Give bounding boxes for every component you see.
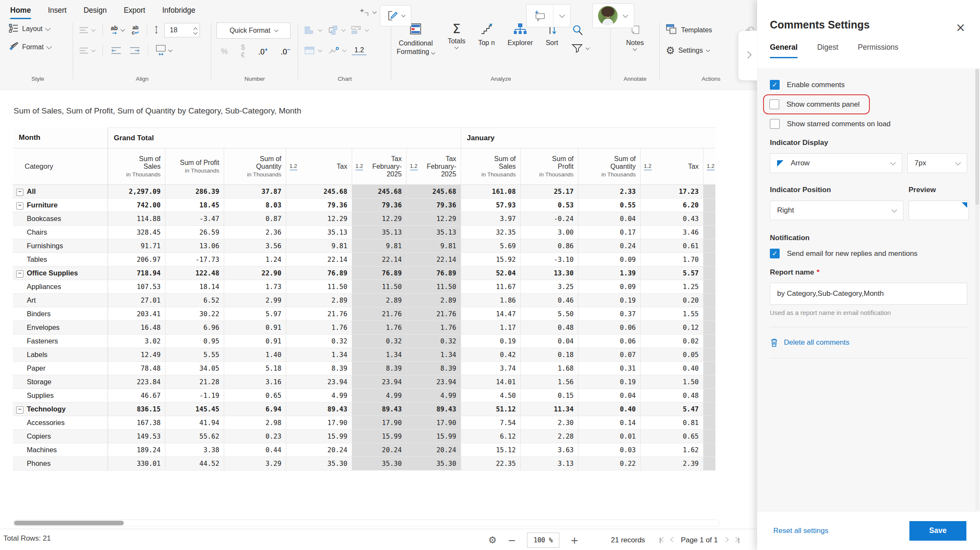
pivot-cell[interactable]: -0.24 xyxy=(520,212,578,226)
pivot-cell[interactable]: 35.13 xyxy=(406,226,461,239)
pivot-cell[interactable]: 0.40 xyxy=(640,362,703,375)
pivot-cell[interactable]: 0.19 xyxy=(578,294,640,307)
pivot-cell[interactable]: 1.50 xyxy=(640,375,703,389)
delete-all-comments-link[interactable]: Delete all comments xyxy=(770,338,967,347)
pivot-cell[interactable]: 0.03 xyxy=(578,443,640,457)
pivot-cell[interactable]: 189.24 xyxy=(108,443,165,457)
pivot-cell[interactable]: 0.19 xyxy=(461,335,520,348)
pivot-cell[interactable]: 0.40 xyxy=(578,403,640,416)
pivot-cell[interactable]: -3.10 xyxy=(520,253,578,266)
pivot-cell[interactable]: 3.46 xyxy=(640,226,703,239)
row-header[interactable]: Copiers xyxy=(13,430,108,443)
pivot-cell[interactable] xyxy=(703,375,715,389)
report-name-input[interactable] xyxy=(770,283,967,305)
row-header[interactable]: Storage xyxy=(13,375,108,389)
notes-button[interactable]: Notes xyxy=(626,22,644,75)
pivot-cell[interactable]: 76.89 xyxy=(286,266,352,280)
pivot-cell[interactable]: 26.59 xyxy=(165,226,224,239)
pivot-cell[interactable]: 0.32 xyxy=(352,335,406,348)
pivot-cell[interactable]: 2,297.09 xyxy=(108,185,165,198)
pivot-cell[interactable]: -3.47 xyxy=(165,212,224,226)
pivot-cell[interactable]: 27.01 xyxy=(108,294,165,307)
pivot-cell[interactable]: 32.35 xyxy=(461,226,520,239)
pivot-cell[interactable]: 25.17 xyxy=(520,185,578,198)
pivot-cell[interactable]: 6.12 xyxy=(461,430,520,443)
pivot-cell[interactable]: 3.38 xyxy=(165,443,224,457)
pivot-cell[interactable]: 17.90 xyxy=(406,416,461,430)
pivot-cell[interactable]: 35.13 xyxy=(352,226,406,239)
pivot-cell[interactable]: 46.67 xyxy=(108,389,165,403)
pivot-cell[interactable]: 9.81 xyxy=(286,239,352,253)
measure-header[interactable]: Sum of Salesin Thousands xyxy=(108,148,165,185)
pivot-cell[interactable]: 17.23 xyxy=(640,185,703,198)
pivot-cell[interactable]: 149.53 xyxy=(108,430,165,443)
tab-general[interactable]: General xyxy=(770,43,798,58)
pivot-cell[interactable]: 0.19 xyxy=(578,375,640,389)
reset-all-settings-link[interactable]: Reset all settings xyxy=(771,526,831,536)
pivot-cell[interactable]: 2.89 xyxy=(352,294,406,307)
panel-scrollbar[interactable] xyxy=(975,69,979,510)
pivot-cell[interactable]: 2.89 xyxy=(286,294,352,307)
pivot-cell[interactable]: 2.98 xyxy=(224,416,286,430)
add-view-button[interactable] xyxy=(359,7,376,18)
pivot-cell[interactable]: 0.37 xyxy=(578,307,640,321)
pivot-cell[interactable]: 51.12 xyxy=(461,403,520,416)
pivot-cell[interactable]: 5.50 xyxy=(520,307,578,321)
tab-digest[interactable]: Digest xyxy=(817,43,838,58)
row-header[interactable]: Office Supplies xyxy=(13,266,108,280)
pivot-cell[interactable]: 223.84 xyxy=(108,375,165,389)
pivot-cell[interactable]: 3.63 xyxy=(520,443,578,457)
horizontal-scrollbar-thumb[interactable] xyxy=(14,521,124,525)
pivot-cell[interactable]: 1.17 xyxy=(461,321,520,335)
pivot-cell[interactable] xyxy=(703,457,715,471)
pivot-cell[interactable]: 6.20 xyxy=(640,198,703,212)
pivot-cell[interactable]: 7.54 xyxy=(461,416,520,430)
pivot-cell[interactable]: 22.14 xyxy=(286,253,352,266)
row-header[interactable]: Binders xyxy=(13,307,108,321)
measure-header[interactable]: 1.2Tax xyxy=(640,148,703,185)
pivot-cell[interactable]: 35.30 xyxy=(406,457,461,471)
pivot-cell[interactable]: 11.67 xyxy=(461,280,520,294)
pivot-cell[interactable]: 14.01 xyxy=(461,375,520,389)
pivot-cell[interactable]: 0.55 xyxy=(578,198,640,212)
pivot-cell[interactable]: 2.33 xyxy=(578,185,640,198)
pivot-cell[interactable]: 34.05 xyxy=(165,362,224,375)
measure-header[interactable]: 1.2Tax February-2025 xyxy=(352,148,406,185)
pivot-cell[interactable]: 0.23 xyxy=(224,430,286,443)
pivot-cell[interactable] xyxy=(703,280,715,294)
pivot-cell[interactable]: 0.53 xyxy=(520,198,578,212)
pivot-cell[interactable]: 21.76 xyxy=(286,307,352,321)
pivot-cell[interactable]: 5.18 xyxy=(224,362,286,375)
pivot-cell[interactable]: 245.68 xyxy=(286,185,352,198)
number-format-icon[interactable]: 1.2 xyxy=(356,163,363,170)
pivot-cell[interactable]: 9.81 xyxy=(352,239,406,253)
measure-header[interactable]: Sum of Quantityin Thousands xyxy=(224,148,286,185)
pivot-cell[interactable]: 0.31 xyxy=(578,362,640,375)
panel-scrollbar-thumb[interactable] xyxy=(975,69,979,205)
pivot-cell[interactable]: 3.16 xyxy=(224,375,286,389)
pivot-cell[interactable]: 15.99 xyxy=(406,430,461,443)
pivot-cell[interactable]: 18.14 xyxy=(165,280,224,294)
pivot-cell[interactable]: 718.94 xyxy=(108,266,165,280)
horizontal-scrollbar[interactable] xyxy=(13,519,720,527)
pivot-cell[interactable]: 0.04 xyxy=(520,335,578,348)
pivot-cell[interactable]: 0.65 xyxy=(224,389,286,403)
close-icon[interactable]: × xyxy=(953,22,968,33)
pivot-cell[interactable]: 0.09 xyxy=(578,280,640,294)
pivot-cell[interactable] xyxy=(703,226,715,239)
pivot-cell[interactable]: 89.43 xyxy=(352,403,406,416)
settings-button[interactable]: ⚙ Settings xyxy=(665,45,710,57)
pivot-cell[interactable]: 114.88 xyxy=(108,212,165,226)
horizontal-align-button[interactable] xyxy=(78,46,96,55)
pivot-cell[interactable]: 1.25 xyxy=(640,280,703,294)
zoom-level-input[interactable] xyxy=(527,533,559,548)
pivot-cell[interactable]: 17.90 xyxy=(286,416,352,430)
pivot-cell[interactable]: 0.12 xyxy=(640,321,703,335)
measure-header[interactable]: Sum of Salesin Thousands xyxy=(461,148,520,185)
measure-header[interactable]: Sum of Quantityin Thousands xyxy=(578,148,640,185)
pivot-cell[interactable]: 6.52 xyxy=(165,294,224,307)
collapse-icon[interactable] xyxy=(16,189,23,196)
line-chart-button[interactable] xyxy=(328,45,347,56)
pivot-cell[interactable]: 245.68 xyxy=(406,185,461,198)
pivot-cell[interactable]: 8.39 xyxy=(352,362,406,375)
